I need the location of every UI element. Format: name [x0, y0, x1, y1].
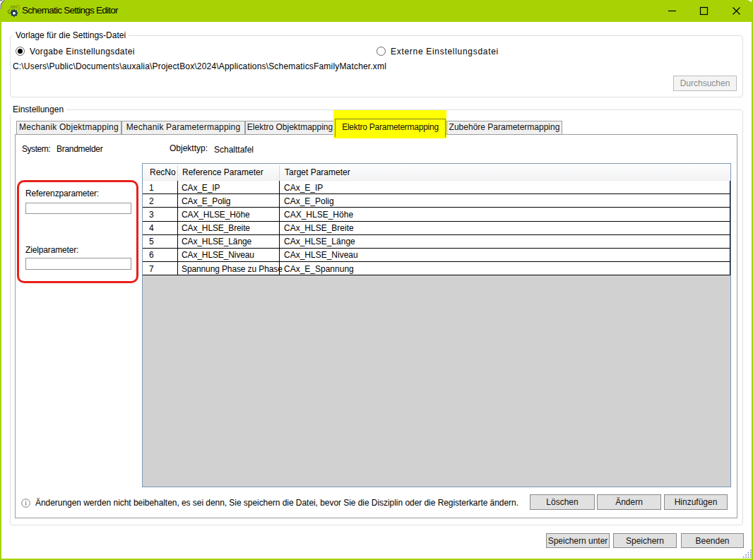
svg-text:xml ]: xml ] [11, 4, 20, 10]
